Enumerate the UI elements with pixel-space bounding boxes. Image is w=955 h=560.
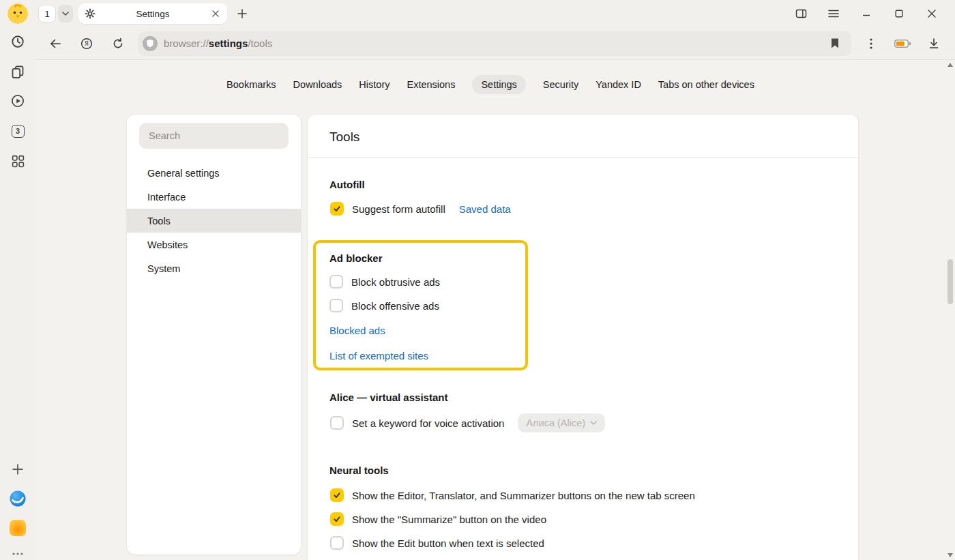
browser-window: 3 1 — [0, 0, 955, 560]
gear-icon — [85, 8, 96, 19]
edit-selected-text-checkbox[interactable] — [330, 536, 344, 550]
kebab-menu-icon[interactable] — [855, 32, 887, 55]
more-dots-icon[interactable] — [10, 546, 26, 560]
search-box — [139, 123, 289, 149]
sidebar-item-tools[interactable]: Tools — [127, 209, 301, 233]
block-obtrusive-checkbox[interactable] — [329, 275, 343, 289]
sidebar-item-system[interactable]: System — [127, 256, 301, 280]
settings-page: Bookmarks Downloads History Extensions S… — [35, 59, 955, 560]
neural-tools-heading: Neural tools — [329, 465, 389, 476]
settings-menu: General settings Interface Tools Website… — [127, 161, 301, 280]
settings-top-nav: Bookmarks Downloads History Extensions S… — [35, 75, 945, 94]
address-bar[interactable]: browser://settings/tools — [138, 31, 851, 56]
scroll-up-icon[interactable] — [947, 63, 953, 67]
voice-keyword-label: Set a keyword for voice activation — [352, 417, 504, 429]
neural-row-edit-button: Show the Edit button when text is select… — [330, 536, 544, 550]
chevron-down-icon — [590, 421, 597, 425]
search-input[interactable] — [149, 130, 279, 141]
autofill-row: Suggest form autofill Saved data — [330, 202, 511, 216]
tab-settings[interactable]: Settings — [472, 75, 525, 94]
scrollbar-thumb[interactable] — [947, 259, 953, 304]
suggest-autofill-checkbox[interactable] — [330, 202, 344, 216]
alice-keyword-dropdown[interactable]: Алиса (Alice) — [518, 413, 605, 432]
svg-text:Я: Я — [85, 40, 89, 47]
edit-selected-text-label: Show the Edit button when text is select… — [352, 537, 544, 549]
tools-panel: Tools Autofill Suggest form autofill Sav… — [308, 115, 858, 560]
history-icon[interactable] — [10, 33, 26, 50]
apps-grid-icon[interactable] — [10, 153, 26, 169]
tab-security[interactable]: Security — [543, 75, 578, 94]
tab-group-counter[interactable]: 1 — [38, 5, 56, 23]
tabs-stack-icon[interactable] — [10, 63, 26, 80]
profile-avatar[interactable] — [8, 3, 28, 24]
url-scheme: browser:// — [164, 38, 209, 49]
active-tab[interactable]: Settings — [78, 3, 227, 24]
tab-yandex-id[interactable]: Yandex ID — [596, 75, 641, 94]
sidebar-item-websites[interactable]: Websites — [127, 233, 301, 256]
services-icon[interactable] — [10, 520, 26, 536]
block-offensive-row: Block offensive ads — [329, 299, 525, 312]
block-obtrusive-row: Block obtrusive ads — [329, 275, 525, 289]
tab-counter-value: 3 — [12, 125, 25, 138]
side-panel-icon[interactable] — [784, 3, 817, 25]
settings-sidebar: General settings Interface Tools Website… — [127, 115, 301, 555]
tab-counter-badge[interactable]: 3 — [10, 123, 26, 139]
alice-row: Set a keyword for voice activation Алиса… — [330, 413, 605, 432]
block-offensive-checkbox[interactable] — [329, 299, 343, 312]
bookmark-icon[interactable] — [825, 34, 844, 53]
sidebar-item-interface[interactable]: Interface — [127, 185, 301, 209]
tab-tabs-other-devices[interactable]: Tabs on other devices — [658, 75, 754, 94]
address-bar-row: Я browser://settings/tools — [35, 27, 955, 59]
neural-row-editor-buttons: Show the Editor, Translator, and Summari… — [330, 488, 695, 502]
neural-row-summarize-video: Show the "Summarize" button on the video — [330, 512, 546, 526]
blocked-ads-link[interactable]: Blocked ads — [329, 325, 525, 336]
close-icon[interactable] — [915, 3, 948, 25]
ad-blocker-highlight-box: Ad blocker Block obtrusive ads Block off… — [313, 240, 528, 370]
summarize-video-label: Show the "Summarize" button on the video — [352, 514, 546, 525]
yandex-home-icon[interactable]: Я — [71, 32, 102, 55]
maximize-icon[interactable] — [883, 3, 915, 25]
video-play-icon[interactable] — [10, 93, 26, 109]
editor-buttons-checkbox[interactable] — [330, 488, 344, 502]
tab-title: Settings — [101, 9, 205, 19]
tab-history[interactable]: History — [359, 75, 390, 94]
tab-strip: 1 Setting — [35, 0, 955, 27]
divider — [308, 157, 858, 158]
reload-icon[interactable] — [102, 32, 134, 55]
tab-close-icon[interactable] — [210, 8, 221, 19]
shield-icon[interactable] — [143, 36, 158, 51]
exempted-sites-link[interactable]: List of exempted sites — [329, 350, 525, 362]
browser-logo-icon[interactable] — [9, 490, 27, 507]
new-tab-button[interactable] — [233, 4, 252, 23]
downloads-icon[interactable] — [918, 32, 950, 55]
sidebar-item-general-settings[interactable]: General settings — [127, 161, 301, 185]
tab-downloads[interactable]: Downloads — [293, 75, 342, 94]
url-host: settings — [209, 38, 248, 49]
url-path: /tools — [248, 38, 272, 49]
tab-list-chevron-icon[interactable] — [58, 5, 73, 23]
page-title: Tools — [329, 130, 359, 145]
editor-buttons-label: Show the Editor, Translator, and Summari… — [352, 490, 695, 501]
block-obtrusive-label: Block obtrusive ads — [351, 276, 440, 288]
alice-heading: Alice — virtual assistant — [329, 392, 447, 403]
chick-avatar-icon — [8, 3, 28, 24]
tab-extensions[interactable]: Extensions — [407, 75, 455, 94]
saved-data-link[interactable]: Saved data — [459, 203, 511, 215]
menu-icon[interactable] — [817, 3, 850, 25]
tab-group-control: 1 — [38, 5, 73, 23]
alice-keyword-value: Алиса (Alice) — [526, 417, 585, 428]
page-scrollbar — [945, 60, 955, 560]
minimize-icon[interactable] — [850, 3, 883, 25]
voice-keyword-checkbox[interactable] — [330, 416, 344, 430]
autofill-heading: Autofill — [329, 179, 365, 190]
summarize-video-checkbox[interactable] — [330, 512, 344, 526]
battery-icon[interactable] — [887, 32, 918, 55]
block-offensive-label: Block offensive ads — [351, 300, 439, 312]
side-rail: 3 — [0, 0, 35, 560]
scroll-down-icon[interactable] — [947, 553, 953, 557]
back-icon[interactable] — [40, 32, 71, 55]
window-controls — [784, 3, 948, 25]
add-panel-icon[interactable] — [10, 461, 26, 477]
tab-bookmarks[interactable]: Bookmarks — [226, 75, 276, 94]
url-text: browser://settings/tools — [164, 38, 272, 49]
